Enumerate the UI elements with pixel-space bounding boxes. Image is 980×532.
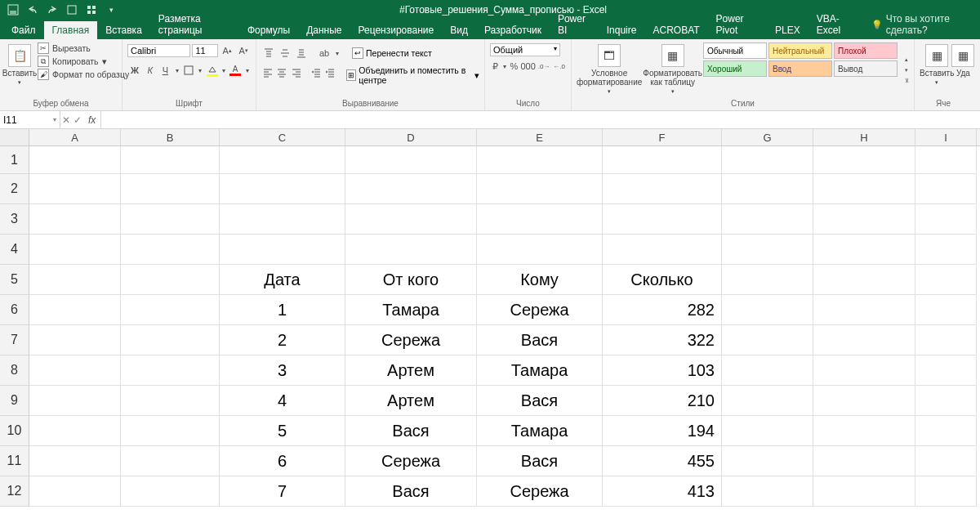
tab-developer[interactable]: Разработчик — [476, 21, 550, 39]
cell-D10[interactable]: Вася — [345, 416, 477, 446]
row-header-11[interactable]: 11 — [0, 446, 29, 476]
cell-G7[interactable] — [722, 325, 813, 355]
cell-F5[interactable]: Сколько — [603, 265, 722, 295]
cell-E9[interactable]: Вася — [477, 386, 603, 416]
style-normal[interactable]: Обычный — [703, 42, 767, 59]
tab-home[interactable]: Главная — [44, 21, 98, 39]
cell-H5[interactable] — [813, 265, 915, 295]
cell-C11[interactable]: 6 — [220, 446, 345, 476]
cell-F7[interactable]: 322 — [603, 325, 722, 355]
font-color-drop[interactable]: ▾ — [243, 63, 251, 78]
number-format-select[interactable]: Общий ▾ — [490, 43, 560, 56]
cell-C5[interactable]: Дата — [220, 265, 345, 295]
cell-G12[interactable] — [722, 476, 813, 507]
cell-G1[interactable] — [722, 146, 813, 174]
decrease-decimal-button[interactable]: ←.0 — [552, 59, 566, 74]
cell-A12[interactable] — [29, 476, 121, 507]
cell-A6[interactable] — [29, 295, 121, 325]
column-header-H[interactable]: H — [813, 129, 915, 145]
tab-inquire[interactable]: Inquire — [599, 21, 645, 39]
tab-view[interactable]: Вид — [442, 21, 476, 39]
row-header-1[interactable]: 1 — [0, 146, 29, 174]
column-header-A[interactable]: A — [29, 129, 121, 145]
cell-B4[interactable] — [121, 235, 220, 265]
cell-H1[interactable] — [813, 146, 915, 174]
cell-E8[interactable]: Тамара — [477, 355, 603, 386]
cell-H8[interactable] — [813, 355, 915, 386]
borders-drop[interactable]: ▾ — [197, 63, 204, 78]
cell-E7[interactable]: Вася — [477, 325, 603, 355]
tab-data[interactable]: Данные — [298, 21, 350, 39]
style-input[interactable]: Ввод — [768, 60, 832, 77]
cell-E2[interactable] — [477, 174, 603, 204]
bold-button[interactable]: Ж — [127, 63, 142, 78]
cell-G5[interactable] — [722, 265, 813, 295]
style-neutral[interactable]: Нейтральный — [768, 42, 832, 59]
cell-H11[interactable] — [813, 446, 915, 476]
cell-F11[interactable]: 455 — [603, 446, 722, 476]
cell-F4[interactable] — [603, 235, 722, 265]
qat-icon-4[interactable] — [65, 3, 78, 16]
qat-customize-icon[interactable]: ▾ — [105, 3, 118, 16]
cell-A4[interactable] — [29, 235, 121, 265]
align-middle-button[interactable] — [278, 46, 292, 60]
cell-C10[interactable]: 5 — [220, 416, 345, 446]
column-header-C[interactable]: C — [220, 129, 345, 145]
decrease-font-button[interactable]: A▾ — [236, 43, 251, 58]
comma-button[interactable]: 000 — [521, 59, 536, 74]
align-right-button[interactable] — [290, 65, 302, 80]
align-left-button[interactable] — [261, 65, 274, 80]
underline-drop[interactable]: ▾ — [173, 63, 180, 78]
increase-font-button[interactable]: A▴ — [220, 43, 234, 58]
cell-A11[interactable] — [29, 446, 121, 476]
cell-A7[interactable] — [29, 325, 121, 355]
cell-B8[interactable] — [121, 355, 220, 386]
row-header-5[interactable]: 5 — [0, 265, 29, 295]
cell-B3[interactable] — [121, 204, 220, 235]
row-header-12[interactable]: 12 — [0, 476, 29, 507]
borders-button[interactable] — [181, 63, 196, 78]
cell-A8[interactable] — [29, 355, 121, 386]
merge-center-button[interactable]: ⊞Объединить и поместить в центре ▾ — [346, 65, 479, 85]
cell-H12[interactable] — [813, 476, 915, 507]
conditional-formatting-button[interactable]: 🗔 Условное форматирование▾ — [577, 41, 642, 99]
formula-input[interactable] — [101, 111, 980, 128]
tab-powerpivot[interactable]: Power Pivot — [708, 10, 767, 39]
cell-F6[interactable]: 282 — [603, 295, 722, 325]
cell-F2[interactable] — [603, 174, 722, 204]
cell-G6[interactable] — [722, 295, 813, 325]
cell-D5[interactable]: От кого — [345, 265, 477, 295]
cell-E11[interactable]: Вася — [477, 446, 603, 476]
fill-color-button[interactable] — [205, 63, 220, 78]
cell-G11[interactable] — [722, 446, 813, 476]
cell-I8[interactable] — [915, 355, 977, 386]
tab-formulas[interactable]: Формулы — [239, 21, 298, 39]
cell-G3[interactable] — [722, 204, 813, 235]
column-header-I[interactable]: I — [915, 129, 977, 145]
row-header-8[interactable]: 8 — [0, 355, 29, 386]
cell-B6[interactable] — [121, 295, 220, 325]
styles-more[interactable]: ⊻ — [899, 76, 914, 86]
cell-F12[interactable]: 413 — [603, 476, 722, 507]
undo-icon[interactable] — [26, 3, 39, 16]
column-header-B[interactable]: B — [121, 129, 220, 145]
cell-A9[interactable] — [29, 386, 121, 416]
style-bad[interactable]: Плохой — [834, 42, 898, 59]
column-header-G[interactable]: G — [722, 129, 813, 145]
cell-I4[interactable] — [915, 235, 977, 265]
currency-button[interactable]: ₽ — [490, 59, 501, 74]
cell-E1[interactable] — [477, 146, 603, 174]
cell-G9[interactable] — [722, 386, 813, 416]
format-painter-button[interactable]: 🖌Формат по образцу — [38, 69, 129, 80]
cell-I11[interactable] — [915, 446, 977, 476]
cell-E3[interactable] — [477, 204, 603, 235]
cell-B7[interactable] — [121, 325, 220, 355]
cell-E5[interactable]: Кому — [477, 265, 603, 295]
fill-color-drop[interactable]: ▾ — [220, 63, 227, 78]
increase-decimal-button[interactable]: .0→ — [537, 59, 551, 74]
percent-button[interactable]: % — [509, 59, 519, 74]
tab-acrobat[interactable]: ACROBAT — [644, 21, 707, 39]
cell-F10[interactable]: 194 — [603, 416, 722, 446]
cell-C2[interactable] — [220, 174, 345, 204]
cell-D9[interactable]: Артем — [345, 386, 477, 416]
